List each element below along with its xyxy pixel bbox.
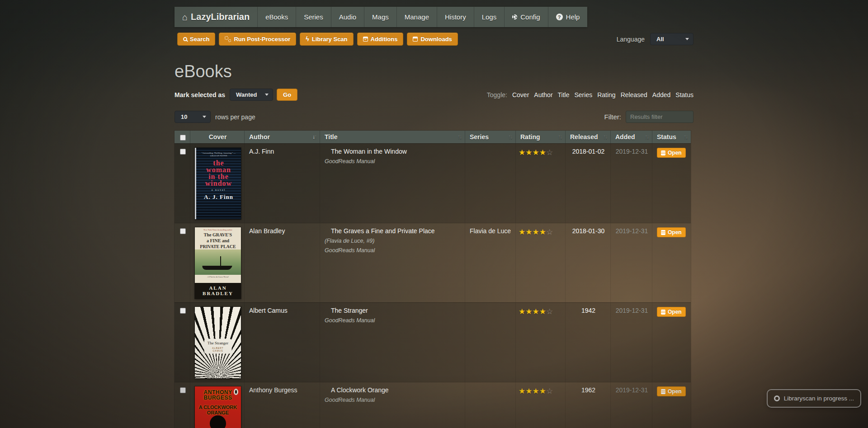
sort-icon: ↑↓ <box>455 134 461 140</box>
column-header-author[interactable]: Author ↓↑ <box>244 131 320 143</box>
source-label: GoodReads Manual <box>325 317 461 324</box>
rating-stars: ★★★★☆ <box>515 223 565 302</box>
app-window: ⌂ LazyLibrarian eBooks Series Audio Mags… <box>0 0 868 428</box>
brand[interactable]: ⌂ LazyLibrarian <box>175 7 257 27</box>
rows-per-page-label: rows per page <box>215 113 255 121</box>
nav-item-logs[interactable]: Logs <box>474 7 505 27</box>
open-button[interactable]: Open <box>657 386 686 396</box>
downloads-button[interactable]: Downloads <box>407 33 458 46</box>
series-name: Flavia de Luce <box>470 227 511 235</box>
title-link[interactable]: The Graves a Fine and Private Place <box>325 227 435 235</box>
filter-input[interactable] <box>626 111 693 123</box>
calendar-plus-icon <box>363 37 368 42</box>
open-button[interactable]: Open <box>657 307 686 317</box>
library-scan-button[interactable]: ϟ Library Scan <box>300 33 353 46</box>
author-link[interactable]: Albert Camus <box>249 307 288 314</box>
added-date: 2019-12-31 <box>610 144 652 223</box>
toggle-added[interactable]: Added <box>652 91 670 99</box>
nav-item-mags[interactable]: Mags <box>364 7 396 27</box>
author-link[interactable]: Anthony Burgess <box>249 386 297 394</box>
book-cover[interactable]: ANTHONYBURGESSA CLOCKWORKORANGE <box>195 386 241 428</box>
toggle-series[interactable]: Series <box>575 91 593 99</box>
go-button[interactable]: Go <box>277 89 297 101</box>
star-empty-icon: ☆ <box>546 148 553 157</box>
additions-button[interactable]: Additions <box>357 33 404 46</box>
mark-selected-label: Mark selected as <box>175 91 225 99</box>
toggle-status[interactable]: Status <box>675 91 693 99</box>
nav-item-help[interactable]: ? Help <box>548 7 588 27</box>
column-header-added[interactable]: Added ↑↓ <box>610 131 652 143</box>
title-link[interactable]: The Stranger <box>325 307 368 314</box>
book-cover[interactable]: New York Times bestselling authorThe GRA… <box>195 227 241 299</box>
title-link[interactable]: The Woman in the Window <box>325 148 407 155</box>
help-icon: ? <box>556 14 563 20</box>
chevron-down-icon <box>265 94 269 96</box>
star-filled-icon: ★ <box>519 307 525 316</box>
language-label: Language <box>617 36 645 43</box>
column-header-series[interactable]: Series ↑↓ <box>465 131 515 143</box>
toggle-group: Toggle: Cover Author Title Series Rating… <box>487 91 693 99</box>
brand-label: LazyLibrarian <box>191 12 250 22</box>
toggle-author[interactable]: Author <box>534 91 552 99</box>
toggle-title[interactable]: Title <box>558 91 570 99</box>
open-button[interactable]: Open <box>657 227 686 237</box>
nav-item-manage[interactable]: Manage <box>396 7 437 27</box>
toggle-rating[interactable]: Rating <box>597 91 615 99</box>
row-checkbox[interactable] <box>180 387 186 393</box>
star-filled-icon: ★ <box>539 307 546 316</box>
row-checkbox[interactable] <box>180 308 186 314</box>
nav-item-series[interactable]: Series <box>296 7 331 27</box>
spinner-icon <box>774 395 780 401</box>
author-link[interactable]: A.J. Finn <box>249 148 274 155</box>
book-cover[interactable]: The StrangerALBERT CAMUS <box>195 307 241 378</box>
row-checkbox[interactable] <box>180 149 186 155</box>
rating-stars: ★★★★☆ <box>515 144 565 223</box>
mark-status-select[interactable]: Wanted <box>230 89 273 101</box>
rows-per-page-select[interactable]: 10 <box>175 111 211 123</box>
sort-icon: ↑↓ <box>681 134 687 140</box>
column-header-released[interactable]: Released ↑↓ <box>565 131 610 143</box>
added-date: 2019-12-31 <box>610 223 652 302</box>
gears-icon <box>225 36 231 42</box>
released-date: 2018-01-30 <box>565 223 610 302</box>
sort-icon: ↑↓ <box>505 134 512 140</box>
chevron-down-icon <box>685 38 689 40</box>
released-date: 1942 <box>565 303 610 382</box>
star-filled-icon: ★ <box>539 387 546 395</box>
open-button[interactable]: Open <box>657 148 686 158</box>
column-header-status[interactable]: Status ↑↓ <box>652 131 691 143</box>
author-link[interactable]: Alan Bradley <box>249 227 285 235</box>
book-icon <box>661 230 665 235</box>
star-filled-icon: ★ <box>525 228 532 236</box>
run-post-processor-button[interactable]: Run Post-Processor <box>219 33 296 46</box>
nav-item-ebooks[interactable]: eBooks <box>257 7 296 27</box>
search-button[interactable]: Search <box>177 33 215 46</box>
nav-item-audio[interactable]: Audio <box>331 7 364 27</box>
toggle-cover[interactable]: Cover <box>512 91 529 99</box>
select-all-header <box>175 131 190 143</box>
nav-item-history[interactable]: History <box>437 7 474 27</box>
toolbar: Search Run Post-Processor ϟ Library Scan… <box>175 33 693 46</box>
title-link[interactable]: A Clockwork Orange <box>325 386 389 394</box>
search-icon <box>183 37 187 41</box>
rating-stars: ★★★★☆ <box>515 382 565 428</box>
nav-item-config[interactable]: Config <box>504 7 547 27</box>
table-header: Cover Author ↓↑ Title ↑↓ Series ↑↓ Ratin… <box>175 131 691 143</box>
toggle-released[interactable]: Released <box>621 91 647 99</box>
star-filled-icon: ★ <box>533 228 539 236</box>
language-select[interactable]: All <box>650 33 693 45</box>
select-all-checkbox[interactable] <box>180 135 186 141</box>
mark-row: Mark selected as Wanted Go Toggle: Cover… <box>175 89 693 101</box>
column-header-rating[interactable]: Rating ↑↓ <box>515 131 565 143</box>
column-header-title[interactable]: Title ↑↓ <box>320 131 465 143</box>
home-icon: ⌂ <box>182 13 188 21</box>
star-filled-icon: ★ <box>525 148 532 157</box>
column-header-cover[interactable]: Cover <box>190 131 244 143</box>
book-cover[interactable]: "Astounding. Thrilling. Amazing." —GILLI… <box>195 148 241 219</box>
released-date: 1962 <box>565 382 610 428</box>
gear-icon <box>512 14 517 19</box>
star-filled-icon: ★ <box>533 387 539 395</box>
row-checkbox[interactable] <box>180 228 186 234</box>
page-title: eBooks <box>175 62 693 81</box>
navbar: ⌂ LazyLibrarian eBooks Series Audio Mags… <box>175 7 587 27</box>
